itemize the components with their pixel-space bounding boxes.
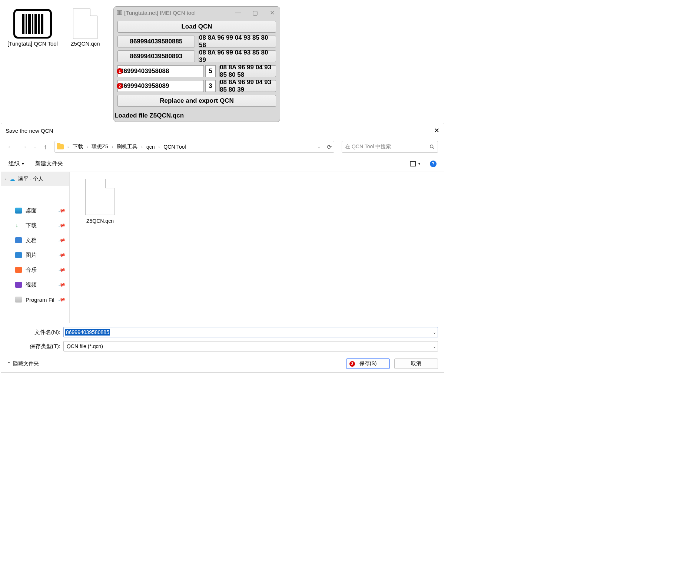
- breadcrumb-item[interactable]: 下载: [73, 143, 83, 150]
- chevron-right-icon: ›: [112, 145, 113, 149]
- organize-menu[interactable]: 组织▼: [9, 160, 25, 167]
- refresh-button[interactable]: ⟳: [327, 143, 332, 151]
- imei-input-2-checkdigit[interactable]: [205, 80, 216, 92]
- close-button[interactable]: ✕: [267, 9, 277, 16]
- annotation-badge-3: 3: [349, 361, 355, 367]
- svg-line-1: [433, 148, 434, 149]
- maximize-button[interactable]: ▢: [250, 9, 260, 16]
- sidebar-item-label: 音乐: [26, 267, 37, 274]
- sidebar-item-label: 文档: [26, 237, 37, 244]
- sidebar-item-label: 图片: [26, 252, 37, 259]
- imei-value-2: 869994039580893: [117, 50, 195, 62]
- load-qcn-button[interactable]: Load QCN: [117, 21, 276, 33]
- file-icon: [85, 179, 115, 215]
- sidebar-item-videos[interactable]: 视频 📌: [1, 277, 69, 292]
- video-icon: [15, 282, 22, 288]
- export-qcn-button[interactable]: Replace and export QCN: [117, 95, 276, 107]
- chevron-down-icon[interactable]: ⌄: [433, 344, 436, 349]
- sidebar-item-pictures[interactable]: 图片 📌: [1, 248, 69, 262]
- barcode-icon: [13, 9, 52, 39]
- filename-label: 文件名(N):: [7, 329, 60, 336]
- document-icon: [15, 237, 22, 243]
- breadcrumb-item[interactable]: 联想Z5: [92, 143, 108, 150]
- address-dropdown-button[interactable]: ⌄: [318, 145, 321, 149]
- help-button[interactable]: ?: [430, 161, 437, 167]
- chevron-right-icon: ›: [159, 145, 160, 149]
- view-mode-button[interactable]: [410, 161, 422, 166]
- imei-titlebar[interactable]: [Tungtata.net] IMEI QCN tool — ▢ ✕: [114, 7, 280, 19]
- hide-folders-button[interactable]: ⌃ 隐藏文件夹: [7, 360, 39, 367]
- pictures-icon: [15, 252, 22, 258]
- pin-icon: 📌: [58, 281, 66, 289]
- sidebar-item-documents[interactable]: 文档 📌: [1, 233, 69, 248]
- pin-icon: 📌: [58, 296, 66, 304]
- filetype-label: 保存类型(T):: [7, 343, 60, 350]
- imei-input-2-hex: 08 8A 96 99 04 93 85 80 39: [219, 80, 276, 92]
- search-placeholder: 在 QCN Tool 中搜索: [345, 143, 391, 150]
- dialog-title: Save the new QCN: [6, 128, 53, 134]
- desktop-icon-label: [Tungtata] QCN Tool: [7, 40, 59, 47]
- filename-input[interactable]: 869994039580885 ⌄: [63, 327, 438, 337]
- annotation-badge-2: 2: [117, 83, 123, 89]
- pin-icon: 📌: [58, 207, 66, 215]
- status-text: Loaded file Z5QCN.qcn: [114, 110, 280, 122]
- filetype-select[interactable]: QCN file (*.qcn) ⌄: [63, 341, 438, 351]
- svg-point-0: [430, 145, 433, 148]
- sidebar-item-program-files[interactable]: Program Fil 📌: [1, 292, 69, 307]
- pin-icon: 📌: [58, 251, 66, 259]
- music-icon: [15, 267, 22, 273]
- search-input[interactable]: 在 QCN Tool 中搜索: [342, 141, 438, 153]
- sidebar-item-desktop[interactable]: 桌面 📌: [1, 203, 69, 218]
- cancel-button[interactable]: 取消: [394, 359, 438, 369]
- nav-forward-button[interactable]: →: [20, 143, 27, 151]
- desktop-icon: [15, 208, 22, 214]
- annotation-badge-1: 1: [117, 68, 123, 74]
- desktop-icon-qcn-file[interactable]: Z5QCN.qcn: [59, 9, 111, 47]
- download-icon: ↓: [15, 222, 18, 229]
- imei-input-1[interactable]: [117, 65, 204, 77]
- file-list-pane[interactable]: Z5QCN.qcn: [71, 172, 444, 323]
- chevron-up-icon: ⌃: [7, 361, 11, 366]
- filetype-value: QCN file (*.qcn): [65, 343, 103, 349]
- pin-icon: 📌: [58, 237, 66, 244]
- imei-hex-1: 08 8A 96 99 04 93 85 80 58: [199, 36, 276, 47]
- file-item[interactable]: Z5QCN.qcn: [80, 179, 120, 224]
- folder-icon: [57, 144, 64, 149]
- address-bar[interactable]: › 下载 › 联想Z5 › 刷机工具 › qcn › QCN Tool ⌄ ⟳: [54, 141, 334, 153]
- sidebar-item-label: 滨平 - 个人: [18, 176, 43, 182]
- imei-input-1-hex: 08 8A 96 99 04 93 85 80 58: [219, 65, 276, 77]
- sidebar-item-label: 桌面: [26, 207, 37, 214]
- sidebar-item-downloads[interactable]: ↓ 下载 📌: [1, 218, 69, 233]
- chevron-right-icon: ›: [5, 177, 6, 181]
- breadcrumb-item[interactable]: 刷机工具: [117, 143, 137, 150]
- pin-icon: 📌: [58, 266, 66, 274]
- pin-icon: 📌: [58, 222, 66, 229]
- imei-hex-2: 08 8A 96 99 04 93 85 80 39: [199, 50, 276, 62]
- chevron-right-icon: ›: [141, 145, 143, 149]
- folder-icon: [15, 297, 22, 303]
- sidebar-onedrive[interactable]: › ☁ 滨平 - 个人: [1, 172, 69, 186]
- nav-up-button[interactable]: ↑: [44, 143, 47, 151]
- breadcrumb-item[interactable]: QCN Tool: [163, 144, 186, 150]
- cloud-icon: ☁: [9, 176, 15, 183]
- desktop-icon-label: Z5QCN.qcn: [59, 40, 111, 47]
- sidebar-item-label: 视频: [26, 281, 37, 288]
- sidebar-item-label: Program Fil: [26, 297, 54, 303]
- breadcrumb-item[interactable]: qcn: [146, 144, 155, 150]
- chevron-down-icon[interactable]: ⌄: [433, 330, 436, 335]
- minimize-button[interactable]: —: [233, 9, 243, 16]
- sidebar: › ☁ 滨平 - 个人 桌面 📌 ↓ 下载 📌 文档 📌: [1, 172, 69, 323]
- file-item-label: Z5QCN.qcn: [80, 218, 120, 224]
- new-folder-button[interactable]: 新建文件夹: [35, 160, 63, 167]
- dialog-titlebar[interactable]: Save the new QCN ✕: [1, 123, 444, 138]
- imei-input-2[interactable]: [117, 80, 204, 92]
- filename-value: 869994039580885: [65, 329, 110, 336]
- nav-back-button[interactable]: ←: [7, 143, 14, 151]
- search-icon: [429, 144, 435, 149]
- save-button[interactable]: 3 保存(S): [346, 359, 390, 369]
- nav-recent-button[interactable]: ⌄: [34, 145, 37, 149]
- imei-input-1-checkdigit[interactable]: [205, 65, 216, 77]
- close-button[interactable]: ✕: [434, 126, 439, 135]
- sidebar-item-music[interactable]: 音乐 📌: [1, 262, 69, 277]
- desktop-icon-qcn-tool[interactable]: [Tungtata] QCN Tool: [7, 9, 59, 47]
